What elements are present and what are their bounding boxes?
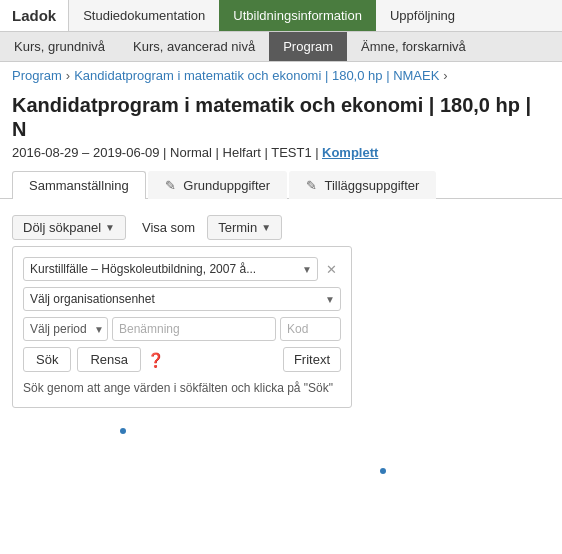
nav-amne-forskarniva[interactable]: Ämne, forskarnivå [347,32,480,61]
breadcrumb-current[interactable]: Kandidatprogram i matematik och ekonomi … [74,68,439,83]
kurs-clear-button[interactable]: ✕ [322,262,341,277]
tab-sammanstallning[interactable]: Sammanställning [12,171,146,199]
nav-utbildningsinformation[interactable]: Utbildningsinformation [219,0,376,31]
nav-kurs-avancerad[interactable]: Kurs, avancerad nivå [119,32,269,61]
visa-som-value: Termin [218,220,257,235]
visa-som-caret-icon: ▼ [261,222,271,233]
org-select-wrapper: Välj organisationsenhet ▼ [23,287,341,311]
benaming-input[interactable] [112,317,276,341]
nav-kurs-grundniva[interactable]: Kurs, grundnivå [0,32,119,61]
logo: Ladok [0,0,69,31]
dolj-sokpanel-label: Dölj sökpanel [23,220,101,235]
tab-grunduppgifter[interactable]: ✎ Grunduppgifter [148,171,287,199]
nav-program[interactable]: Program [269,32,347,61]
kurs-select[interactable]: Kurstillfälle – Högskoleutbildning, 2007… [23,257,318,281]
search-hint: Sök genom att ange värden i sökfälten oc… [23,380,341,397]
visa-som-label: Visa som [142,220,195,235]
visa-som-button[interactable]: Termin ▼ [207,215,282,240]
breadcrumb-sep: › [66,68,70,83]
breadcrumb-trail-sep: › [443,68,447,83]
content-area [0,408,562,508]
subtitle-text: 2016-08-29 – 2019-06-09 | Normal | Helfa… [12,145,319,160]
kurs-select-row: Kurstillfälle – Högskoleutbildning, 2007… [23,257,341,281]
nav-uppfoljning[interactable]: Uppföljning [376,0,469,31]
tab-sammanstallning-label: Sammanställning [29,178,129,193]
tabs: Sammanställning ✎ Grunduppgifter ✎ Tillä… [0,170,562,199]
page-subtitle: 2016-08-29 – 2019-06-09 | Normal | Helfa… [12,145,550,160]
fritext-button[interactable]: Fritext [283,347,341,372]
dot-1 [120,428,126,434]
sok-button[interactable]: Sök [23,347,71,372]
period-select-wrapper: Välj period ▼ [23,317,108,341]
second-nav: Kurs, grundnivå Kurs, avancerad nivå Pro… [0,32,562,62]
rensa-button[interactable]: Rensa [77,347,141,372]
status-link[interactable]: Komplett [322,145,378,160]
breadcrumb: Program › Kandidatprogram i matematik oc… [0,62,562,89]
period-row: Välj period ▼ [23,317,341,341]
search-panel: Kurstillfälle – Högskoleutbildning, 2007… [12,246,352,408]
dolj-sokpanel-button[interactable]: Dölj sökpanel ▼ [12,215,126,240]
org-select-row: Välj organisationsenhet ▼ [23,287,341,311]
help-icon[interactable]: ❓ [147,352,164,368]
dot-2 [380,468,386,474]
page-title: Kandidatprogram i matematik och ekonomi … [12,93,550,141]
page-title-area: Kandidatprogram i matematik och ekonomi … [0,89,562,170]
tab-tillaggsuppgifter[interactable]: ✎ Tilläggsuppgifter [289,171,436,199]
search-actions: Sök Rensa ❓ Fritext [23,347,341,372]
edit-icon-grunduppgifter: ✎ [165,178,176,193]
tab-tillaggsuppgifter-label: Tilläggsuppgifter [324,178,419,193]
nav-studiedokumentation[interactable]: Studiedokumentation [69,0,219,31]
tab-grunduppgifter-label: Grunduppgifter [183,178,270,193]
edit-icon-tillaggsuppgifter: ✎ [306,178,317,193]
toolbar: Dölj sökpanel ▼ Visa som Termin ▼ [0,209,562,246]
dolj-sokpanel-caret-icon: ▼ [105,222,115,233]
top-nav: Ladok Studiedokumentation Utbildningsinf… [0,0,562,32]
kod-input[interactable] [280,317,341,341]
breadcrumb-root[interactable]: Program [12,68,62,83]
org-select[interactable]: Välj organisationsenhet [23,287,341,311]
kurs-select-wrapper: Kurstillfälle – Högskoleutbildning, 2007… [23,257,318,281]
period-select[interactable]: Välj period [23,317,108,341]
